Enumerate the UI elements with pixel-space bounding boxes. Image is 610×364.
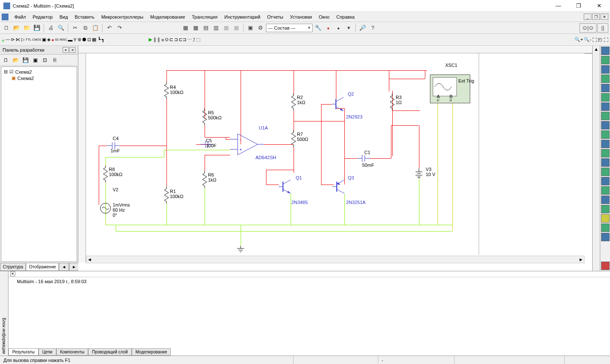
instrument-4[interactable] bbox=[601, 74, 610, 83]
rf-icon[interactable]: Y bbox=[73, 37, 76, 42]
step7-icon[interactable]: ⬚ bbox=[196, 37, 200, 42]
save-icon[interactable]: 💾 bbox=[32, 23, 42, 33]
new-icon[interactable]: 🗋 bbox=[2, 23, 11, 33]
menu-insert[interactable]: Вставить bbox=[71, 13, 98, 21]
menu-file[interactable]: Файл bbox=[11, 13, 29, 21]
instrument-11[interactable] bbox=[601, 140, 610, 148]
menu-edit[interactable]: Редактор bbox=[29, 13, 56, 21]
results-close-icon[interactable]: ✕ bbox=[10, 271, 15, 276]
instrument-1[interactable] bbox=[601, 47, 610, 55]
ttl-icon[interactable]: TTL bbox=[25, 38, 31, 41]
pause-icon[interactable]: ❚❚ bbox=[153, 37, 161, 42]
bus-icon[interactable]: ┓ bbox=[102, 37, 105, 42]
lp-tool3-icon[interactable]: ⎘ bbox=[50, 56, 59, 64]
adv-icon[interactable]: ▬ bbox=[68, 37, 72, 42]
panel-pin-icon[interactable]: ▾ bbox=[63, 47, 69, 53]
cut-icon[interactable]: ✂ bbox=[70, 23, 80, 33]
schematic-canvas[interactable]: R4 100kΩ R5 500kΩ R2 1kΩ R3 1Ω R7 bbox=[78, 46, 592, 271]
tool-f-icon[interactable]: ▾ bbox=[344, 23, 353, 33]
misc-dig-icon[interactable]: ▣ bbox=[42, 37, 46, 42]
step2-icon[interactable]: ⊏ bbox=[169, 37, 173, 42]
instrument-8[interactable] bbox=[601, 112, 610, 120]
tab-copper[interactable]: Проводящий слой bbox=[88, 348, 131, 356]
ind-icon[interactable]: ● bbox=[51, 37, 54, 42]
menu-options[interactable]: Установки bbox=[287, 13, 316, 21]
maximize-button[interactable]: ❐ bbox=[571, 2, 586, 10]
instrument-3[interactable] bbox=[601, 65, 610, 74]
menu-mcu[interactable]: Микроконтроллеры bbox=[98, 13, 147, 21]
close-button[interactable]: ✕ bbox=[591, 2, 607, 10]
em-icon[interactable]: ⊛ bbox=[78, 37, 81, 42]
conn-icon[interactable]: ⊡ bbox=[87, 37, 91, 42]
tab-hierarchy[interactable]: Структура bbox=[0, 263, 26, 271]
instrument-2[interactable] bbox=[601, 56, 610, 64]
zoomfit-icon[interactable]: ⛶ bbox=[592, 37, 597, 42]
switch-icon[interactable]: ⊙|⊙ bbox=[580, 23, 596, 33]
step6-icon[interactable]: ⤴ bbox=[193, 37, 195, 42]
instrument-19[interactable] bbox=[601, 214, 610, 223]
tab-nets[interactable]: Цепи bbox=[39, 348, 56, 356]
lp-save-icon[interactable]: 💾 bbox=[21, 56, 30, 64]
menu-view[interactable]: Вид bbox=[56, 13, 71, 21]
probe-icon[interactable] bbox=[601, 262, 610, 270]
mdi-close[interactable]: ✕ bbox=[601, 14, 608, 20]
analog-icon[interactable]: ▷ bbox=[21, 37, 25, 42]
tool-d-icon[interactable]: ⬥ bbox=[324, 23, 333, 33]
misc-icon[interactable]: MISC bbox=[60, 38, 67, 41]
zoomsel-icon[interactable]: ◰ bbox=[598, 37, 602, 42]
grid4-icon[interactable]: ▥ bbox=[211, 23, 221, 33]
step3-icon[interactable]: ⊐ bbox=[174, 37, 178, 42]
tool-c-icon[interactable]: 🔧 bbox=[313, 23, 323, 33]
tool-b-icon[interactable]: ⚙ bbox=[256, 23, 265, 33]
menu-reports[interactable]: Отчеты bbox=[264, 13, 287, 21]
src-icon[interactable]: ⏚ bbox=[2, 37, 5, 42]
lp-tool2-icon[interactable]: ⊡ bbox=[41, 56, 49, 64]
lp-open-icon[interactable]: 📂 bbox=[11, 56, 20, 64]
instrument-20[interactable] bbox=[601, 223, 610, 232]
grid3-icon[interactable]: ▤ bbox=[201, 23, 211, 33]
mdi-restore[interactable]: ❐ bbox=[592, 14, 600, 20]
mcu2-icon[interactable]: ▦ bbox=[92, 37, 96, 42]
print-icon[interactable]: 🖨 bbox=[46, 23, 55, 33]
help-icon[interactable]: ? bbox=[368, 23, 377, 33]
project-tree[interactable]: ⊟☑Схема2 ▣Схема2 bbox=[1, 66, 77, 262]
instrument-21[interactable] bbox=[601, 233, 610, 241]
power-icon[interactable]: 01 bbox=[55, 38, 59, 41]
grid2-icon[interactable]: ▦ bbox=[191, 23, 200, 33]
open2-icon[interactable]: 📁 bbox=[22, 23, 31, 33]
tab-components[interactable]: Компоненты bbox=[56, 348, 89, 356]
preview-icon[interactable]: 🔍 bbox=[56, 23, 66, 33]
tab-results[interactable]: Результаты bbox=[8, 348, 39, 356]
tool-e-icon[interactable]: ⬥ bbox=[334, 23, 343, 33]
lp-tool1-icon[interactable]: ▣ bbox=[31, 56, 39, 64]
mdi-minimize[interactable]: _ bbox=[584, 14, 591, 20]
mixed-icon[interactable]: ◈ bbox=[47, 37, 50, 42]
open-icon[interactable]: 📂 bbox=[12, 23, 21, 33]
hier-icon[interactable]: ┗ bbox=[98, 37, 101, 42]
instrument-14[interactable] bbox=[601, 168, 610, 176]
instrument-6[interactable] bbox=[601, 93, 610, 102]
instrument-9[interactable] bbox=[601, 121, 610, 130]
menu-transfer[interactable]: Трансляция bbox=[189, 13, 221, 21]
zoomin-icon[interactable]: 🔍+ bbox=[574, 37, 583, 42]
grid6-icon[interactable]: ▦ bbox=[232, 23, 241, 33]
instrument-5[interactable] bbox=[601, 84, 610, 92]
stop-icon[interactable]: ■ bbox=[161, 37, 164, 42]
tool-a-icon[interactable]: ▣ bbox=[246, 23, 255, 33]
vertical-scrollbar[interactable]: ▲ bbox=[592, 46, 600, 271]
instrument-15[interactable] bbox=[601, 177, 610, 185]
panel-close-icon[interactable]: ✕ bbox=[69, 47, 75, 53]
redo-icon[interactable]: ↷ bbox=[115, 23, 124, 33]
instrument-16[interactable] bbox=[601, 186, 610, 195]
fullscr-icon[interactable]: ⛶ bbox=[604, 37, 608, 42]
switch2-icon[interactable]: || bbox=[597, 23, 608, 33]
lp-new-icon[interactable]: 🗋 bbox=[2, 56, 10, 64]
grid5-icon[interactable]: ▦ bbox=[222, 23, 231, 33]
instrument-7[interactable] bbox=[601, 102, 610, 111]
instrument-10[interactable] bbox=[601, 130, 610, 139]
menu-tools[interactable]: Инструментарий bbox=[221, 13, 263, 21]
diode-icon[interactable]: ⊳ bbox=[11, 37, 15, 42]
copy-icon[interactable]: ⧉ bbox=[80, 23, 90, 33]
grid1-icon[interactable]: ▦ bbox=[181, 23, 190, 33]
instrument-18[interactable] bbox=[601, 205, 610, 213]
